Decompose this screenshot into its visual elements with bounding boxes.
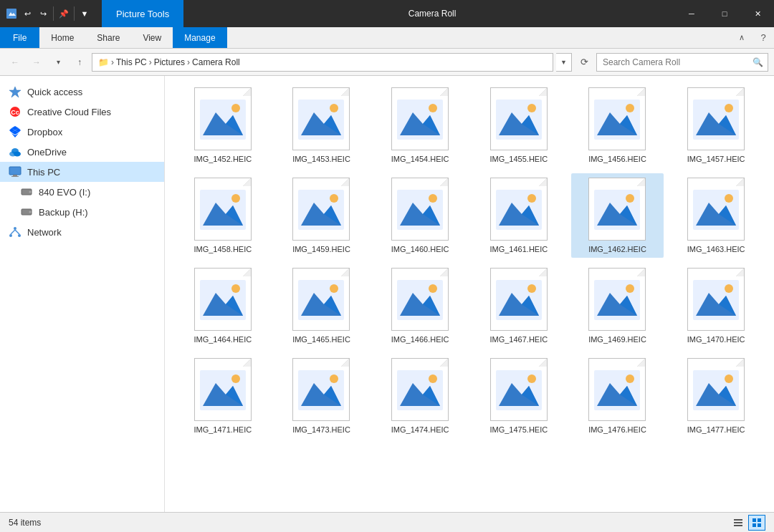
path-sep3: › xyxy=(185,57,192,67)
file-thumbnail xyxy=(483,358,555,422)
svg-rect-122 xyxy=(734,522,742,523)
file-item[interactable]: IMG_1456.HEIC xyxy=(571,83,664,168)
nav-up-button[interactable]: ↑ xyxy=(70,53,89,72)
svg-line-24 xyxy=(15,230,19,234)
file-area[interactable]: IMG_1452.HEIC IMG_1453.HEIC xyxy=(165,76,774,512)
file-item[interactable]: IMG_1455.HEIC xyxy=(472,83,565,168)
svg-rect-124 xyxy=(752,518,756,522)
file-item[interactable]: IMG_1476.HEIC xyxy=(571,354,664,438)
file-item[interactable]: IMG_1457.HEIC xyxy=(669,83,763,168)
file-item[interactable]: IMG_1473.HEIC xyxy=(275,354,368,438)
file-item[interactable]: IMG_1453.HEIC xyxy=(275,83,368,168)
search-icon[interactable]: 🔍 xyxy=(747,53,768,72)
file-item[interactable]: IMG_1466.HEIC xyxy=(373,263,467,348)
svg-point-19 xyxy=(29,211,32,213)
view-grid-button[interactable] xyxy=(748,515,765,531)
file-name-label: IMG_1475.HEIC xyxy=(489,425,548,434)
sidebar-label-backup: Backup (H:) xyxy=(39,207,88,218)
maximize-button[interactable]: □ xyxy=(708,0,741,27)
svg-point-28 xyxy=(231,104,240,112)
tab-view[interactable]: View xyxy=(131,27,173,48)
ribbon-help-button[interactable]: ? xyxy=(752,27,774,48)
file-image-preview xyxy=(692,188,740,232)
sidebar-item-quick-access[interactable]: Quick access xyxy=(0,82,164,102)
file-item[interactable]: IMG_1477.HEIC xyxy=(669,354,763,438)
sidebar-label-840evo: 840 EVO (I:) xyxy=(39,187,90,198)
file-item[interactable]: IMG_1461.HEIC xyxy=(472,173,565,258)
file-name-label: IMG_1466.HEIC xyxy=(391,335,449,344)
close-button[interactable]: ✕ xyxy=(741,0,774,27)
file-name-label: IMG_1477.HEIC xyxy=(687,425,745,434)
file-icon-fold-inner xyxy=(341,178,349,186)
sidebar-item-backup[interactable]: Backup (H:) xyxy=(0,202,164,222)
file-item[interactable]: IMG_1469.HEIC xyxy=(571,263,664,348)
undo-icon[interactable]: ↩ xyxy=(20,6,34,21)
file-item[interactable]: IMG_1462.HEIC xyxy=(571,173,664,258)
sidebar-item-creative-cloud[interactable]: Cc Creative Cloud Files xyxy=(0,102,164,122)
tab-share[interactable]: Share xyxy=(85,27,131,48)
picture-tools-tab[interactable]: Picture Tools xyxy=(102,0,183,27)
file-icon-fold-inner xyxy=(341,269,349,276)
svg-point-92 xyxy=(626,284,634,293)
file-item[interactable]: IMG_1452.HEIC xyxy=(176,83,269,168)
status-bar: 54 items xyxy=(0,512,774,532)
pin-icon[interactable]: 📌 xyxy=(57,6,71,21)
svg-point-56 xyxy=(330,194,338,203)
sidebar-item-this-pc[interactable]: This PC xyxy=(0,162,164,182)
separator xyxy=(53,6,54,21)
file-thumbnail xyxy=(187,358,259,422)
path-dropdown-button[interactable]: ▼ xyxy=(556,53,572,72)
file-grid: IMG_1452.HEIC IMG_1453.HEIC xyxy=(176,83,763,438)
sidebar-item-dropbox[interactable]: Dropbox xyxy=(0,122,164,142)
file-item[interactable]: IMG_1475.HEIC xyxy=(472,354,565,438)
file-item[interactable]: IMG_1464.HEIC xyxy=(176,263,269,348)
file-item[interactable]: IMG_1454.HEIC xyxy=(373,83,467,168)
svg-point-108 xyxy=(429,374,437,383)
file-item[interactable]: IMG_1459.HEIC xyxy=(275,173,368,258)
dropdown-icon[interactable]: ▼ xyxy=(77,6,92,21)
search-input[interactable] xyxy=(597,57,747,67)
tab-manage[interactable]: Manage xyxy=(173,27,226,48)
view-list-button[interactable] xyxy=(730,515,747,531)
file-image-preview xyxy=(199,368,247,412)
main-layout: Quick access Cc Creative Cloud Files xyxy=(0,76,774,512)
file-icon-fold-inner xyxy=(440,359,448,367)
file-thumbnail xyxy=(384,87,456,152)
file-name-label: IMG_1464.HEIC xyxy=(194,335,252,344)
file-image-preview xyxy=(494,368,543,412)
file-item[interactable]: IMG_1467.HEIC xyxy=(472,263,565,348)
svg-point-52 xyxy=(231,194,240,203)
address-path-bar[interactable]: 📁 › This PC › Pictures › Camera Roll xyxy=(92,53,553,72)
tab-home[interactable]: Home xyxy=(39,27,85,48)
file-item[interactable]: IMG_1474.HEIC xyxy=(373,354,467,438)
tab-file[interactable]: File xyxy=(0,27,39,48)
redo-icon[interactable]: ↪ xyxy=(36,6,50,21)
svg-rect-126 xyxy=(752,523,756,527)
search-box[interactable]: 🔍 xyxy=(596,53,768,72)
nav-forward-button[interactable]: → xyxy=(27,53,46,72)
sidebar-label-creative-cloud: Creative Cloud Files xyxy=(27,107,111,117)
file-item[interactable]: IMG_1460.HEIC xyxy=(373,173,467,258)
sidebar-item-network[interactable]: Network xyxy=(0,222,164,242)
file-icon-fold-inner xyxy=(243,88,251,96)
minimize-button[interactable]: ─ xyxy=(675,0,708,27)
file-thumbnail xyxy=(680,87,752,152)
file-item[interactable]: IMG_1471.HEIC xyxy=(176,354,269,438)
file-image-preview xyxy=(692,368,740,412)
file-icon-fold-inner xyxy=(539,269,547,276)
nav-back-button[interactable]: ← xyxy=(6,53,24,72)
nav-up-arrow[interactable]: ▾ xyxy=(49,53,67,72)
file-item[interactable]: IMG_1465.HEIC xyxy=(275,263,368,348)
file-item[interactable]: IMG_1470.HEIC xyxy=(669,263,763,348)
path-thispc: 📁 xyxy=(98,57,109,67)
file-item[interactable]: IMG_1458.HEIC xyxy=(176,173,269,258)
svg-text:Cc: Cc xyxy=(11,109,19,116)
file-thumbnail xyxy=(285,178,357,242)
ribbon-expand-button[interactable]: ∧ xyxy=(731,27,752,48)
file-item[interactable]: IMG_1463.HEIC xyxy=(669,173,763,258)
sidebar-item-840evo[interactable]: 840 EVO (I:) xyxy=(0,182,164,202)
file-icon-fold-inner xyxy=(736,178,744,186)
refresh-button[interactable]: ⟳ xyxy=(575,53,593,72)
sidebar-item-onedrive[interactable]: OneDrive xyxy=(0,142,164,162)
file-icon-fold-inner xyxy=(539,88,547,96)
